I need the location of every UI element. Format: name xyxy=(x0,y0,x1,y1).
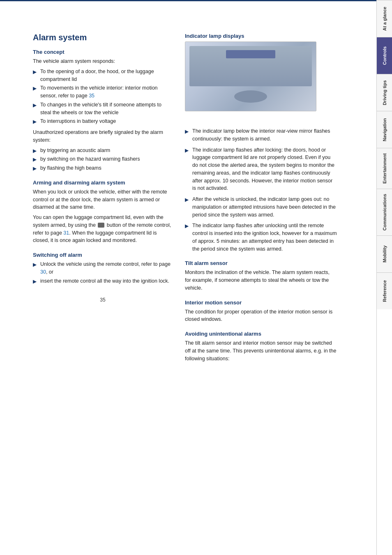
arming-para1: When you lock or unlock the vehicle, eit… xyxy=(33,188,173,211)
list-item: ▶ To interruptions in battery voltage xyxy=(33,117,173,125)
list-item: ▶ To the opening of a door, the hood, or… xyxy=(33,68,173,83)
sidebar-tab-driving-tips[interactable]: Driving tips xyxy=(377,74,392,111)
bullet-text: insert the remote control all the way in… xyxy=(40,277,169,285)
bullet-arrow: ▶ xyxy=(33,261,38,268)
sidebar-tab-navigation[interactable]: Navigation xyxy=(377,111,392,148)
list-item: ▶ To changes in the vehicle's tilt if so… xyxy=(33,101,173,117)
bullet-text: To the opening of a door, the hood, or t… xyxy=(40,68,173,83)
sidebar-tab-entertainment[interactable]: Entertainment xyxy=(377,148,392,189)
page-container: Alarm system The concept The vehicle ala… xyxy=(0,0,392,555)
sidebar-tab-reference[interactable]: Reference xyxy=(377,272,392,309)
list-item: ▶ by switching on the hazard warning fla… xyxy=(33,155,173,163)
main-content: Alarm system The concept The vehicle ala… xyxy=(0,0,376,555)
indicator-bullets-container: ▶ The indicator lamp below the interior … xyxy=(185,127,337,253)
section-indicator-heading: Indicator lamp displays xyxy=(185,33,337,39)
bullet-arrow: ▶ xyxy=(185,196,190,203)
top-border xyxy=(0,0,376,1)
bullet-text: To interruptions in battery voltage xyxy=(40,117,116,125)
bullet-arrow: ▶ xyxy=(33,156,38,163)
list-item: ▶ insert the remote control all the way … xyxy=(33,277,173,285)
list-item: ▶ by triggering an acoustic alarm xyxy=(33,147,173,154)
avoiding-text: The tilt alarm sensor and interior motio… xyxy=(185,339,337,362)
display-strip xyxy=(226,50,275,58)
list-item: ▶ To movements in the vehicle interior: … xyxy=(33,84,173,100)
bullet-arrow: ▶ xyxy=(185,128,190,135)
bullet-arrow: ▶ xyxy=(33,118,38,125)
image-caption xyxy=(185,119,337,123)
list-item: ▶ Unlock the vehicle using the remote co… xyxy=(33,260,173,276)
bullet-text: by switching on the hazard warning flash… xyxy=(40,155,140,163)
bullet-arrow: ▶ xyxy=(185,147,190,154)
list-item: ▶ After the vehicle is unlocked, the ind… xyxy=(185,196,337,219)
remote-icon xyxy=(98,223,104,228)
bullet-arrow: ▶ xyxy=(185,223,190,230)
right-column: Indicator lamp displays ▶ The indicator … xyxy=(185,33,337,539)
bullet-text: by flashing the high beams xyxy=(40,164,101,172)
sidebar-tab-at-a-glance[interactable]: At a glance xyxy=(377,0,392,37)
indicator-image xyxy=(185,41,316,111)
section-concept-heading: The concept xyxy=(33,49,173,55)
concept-bullets: ▶ To the opening of a door, the hood, or… xyxy=(33,68,173,125)
unauthorized-bullets: ▶ by triggering an acoustic alarm ▶ by s… xyxy=(33,147,173,172)
page-title: Alarm system xyxy=(33,33,173,42)
interior-text: The condition for proper operation of th… xyxy=(185,308,337,324)
mirror-shape xyxy=(234,90,267,103)
list-item: ▶ The indicator lamp below the interior … xyxy=(185,127,337,143)
left-column: Alarm system The concept The vehicle ala… xyxy=(33,33,173,539)
bullet-text: The indicator lamp flashes after locking… xyxy=(192,146,337,193)
arming-para2: You can open the luggage compartment lid… xyxy=(33,214,173,244)
bullet-text: The indicator lamp flashes after unlocki… xyxy=(192,222,337,253)
concept-intro: The vehicle alarm system responds: xyxy=(33,58,173,65)
bullet-text: The indicator lamp below the interior re… xyxy=(192,127,337,143)
sidebar-tab-communications[interactable]: Communications xyxy=(377,189,392,235)
page31-link[interactable]: 31 xyxy=(63,230,69,236)
sidebar-tab-controls[interactable]: Controls xyxy=(377,37,392,74)
page35-link[interactable]: 35 xyxy=(89,93,95,99)
indicator-bullets: ▶ The indicator lamp below the interior … xyxy=(185,127,337,253)
bullet-text: To changes in the vehicle's tilt if some… xyxy=(40,101,173,117)
bullet-arrow: ▶ xyxy=(33,85,38,92)
section-avoiding-heading: Avoiding unintentional alarms xyxy=(185,331,337,337)
list-item: ▶ The indicator lamp flashes after unloc… xyxy=(185,222,337,253)
bullet-text: After the vehicle is unlocked, the indic… xyxy=(192,196,337,219)
list-item: ▶ The indicator lamp flashes after locki… xyxy=(185,146,337,193)
page30-link[interactable]: 30 xyxy=(40,269,46,275)
section-interior-heading: Interior motion sensor xyxy=(185,299,337,306)
section-tilt-heading: Tilt alarm sensor xyxy=(185,260,337,266)
switching-bullets: ▶ Unlock the vehicle using the remote co… xyxy=(33,260,173,285)
bullet-text: Unlock the vehicle using the remote cont… xyxy=(40,260,173,276)
unauthorized-text: Unauthorized operations are briefly sign… xyxy=(33,129,173,144)
sidebar-tab-mobility[interactable]: Mobility xyxy=(377,235,392,272)
section-switching-heading: Switching off alarm xyxy=(33,252,173,258)
bullet-arrow: ▶ xyxy=(33,102,38,109)
section-arming-heading: Arming and disarming alarm system xyxy=(33,180,173,186)
bullet-text: by triggering an acoustic alarm xyxy=(40,147,110,154)
sidebar: At a glance Controls Driving tips Naviga… xyxy=(376,0,392,555)
bullet-text: To movements in the vehicle interior: in… xyxy=(40,84,173,100)
bullet-arrow: ▶ xyxy=(33,278,38,285)
bullet-arrow: ▶ xyxy=(33,165,38,172)
tilt-text: Monitors the inclination of the vehicle.… xyxy=(185,269,337,292)
bullet-arrow: ▶ xyxy=(33,147,38,154)
list-item: ▶ by flashing the high beams xyxy=(33,164,173,172)
bullet-arrow: ▶ xyxy=(33,69,38,76)
page-number: 35 xyxy=(33,297,173,303)
